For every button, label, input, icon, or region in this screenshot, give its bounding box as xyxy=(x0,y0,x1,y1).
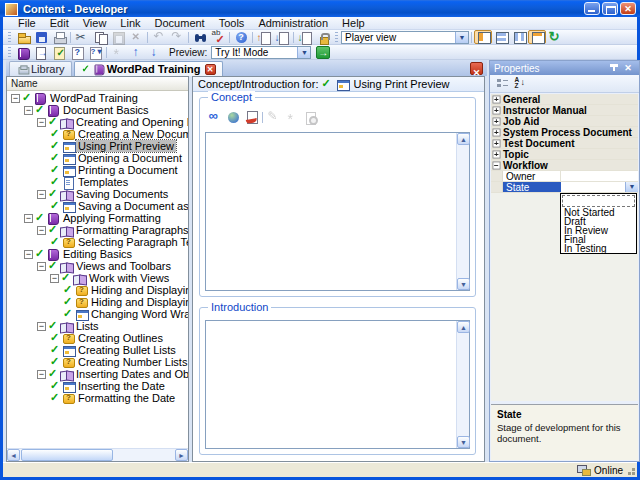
tree-item[interactable]: Templates xyxy=(7,176,188,188)
dropdown-option[interactable]: In Review xyxy=(561,226,636,235)
tree-horizontal-scrollbar[interactable]: ◄ ► xyxy=(7,448,188,461)
expand-icon[interactable]: + xyxy=(492,106,500,114)
collapse-icon[interactable]: − xyxy=(24,106,33,115)
property-value[interactable]: ▼ xyxy=(561,182,638,192)
close-button[interactable] xyxy=(620,2,636,15)
insert-web-button[interactable] xyxy=(224,110,242,124)
maximize-button[interactable] xyxy=(602,2,618,15)
concept-editor[interactable]: ▲ ▼ xyxy=(205,132,470,291)
tree-item[interactable]: Creating Outlines xyxy=(7,332,188,344)
tree-item[interactable]: Using Print Preview xyxy=(7,140,188,152)
collapse-icon[interactable]: − xyxy=(492,161,500,169)
tree-item[interactable]: −Work with Views xyxy=(7,272,188,284)
toolbar-grip[interactable] xyxy=(8,32,11,42)
tree-item[interactable]: −Formatting Paragraphs xyxy=(7,224,188,236)
tree-item[interactable]: −Applying Formatting xyxy=(7,212,188,224)
dropdown-option[interactable]: Draft xyxy=(561,217,636,226)
expand-icon[interactable]: + xyxy=(492,117,500,125)
help-button[interactable] xyxy=(232,30,250,44)
tree-item[interactable]: Formatting the Date xyxy=(7,392,188,404)
collapse-icon[interactable]: − xyxy=(24,250,33,259)
tree-item[interactable]: −Document Basics xyxy=(7,104,188,116)
tree-item[interactable]: Changing Word Wrap Options xyxy=(7,308,188,320)
dropdown-option[interactable]: In Testing xyxy=(561,244,636,253)
open-button[interactable] xyxy=(14,30,32,44)
player-layout-button[interactable] xyxy=(474,30,492,44)
property-category-workflow[interactable]: −Workflow xyxy=(491,160,638,171)
concept-scrollbar[interactable]: ▲ ▼ xyxy=(456,133,469,290)
scroll-down-icon[interactable]: ▼ xyxy=(457,436,470,448)
menu-view[interactable]: View xyxy=(76,17,114,30)
collapse-icon[interactable]: − xyxy=(37,262,46,271)
get-latest-button[interactable] xyxy=(296,30,314,44)
property-category-general[interactable]: +General xyxy=(491,94,638,105)
scroll-down-icon[interactable]: ▼ xyxy=(457,278,470,290)
scroll-up-icon[interactable]: ▲ xyxy=(457,133,470,145)
copy-button[interactable] xyxy=(91,30,109,44)
move-down-button[interactable] xyxy=(145,45,163,59)
tree-item[interactable]: −Saving Documents xyxy=(7,188,188,200)
dropdown-option[interactable]: Not Started xyxy=(561,208,636,217)
collapse-icon[interactable]: − xyxy=(11,94,20,103)
validate-button[interactable] xyxy=(50,45,68,59)
cut-button[interactable] xyxy=(73,30,91,44)
property-category-topic[interactable]: +Topic xyxy=(491,149,638,160)
tree-item[interactable]: −Editing Basics xyxy=(7,248,188,260)
preview-mode-combobox[interactable]: Try It! Mode ▼ xyxy=(211,46,311,59)
link-button[interactable] xyxy=(206,110,224,124)
scrollbar-thumb[interactable] xyxy=(21,449,113,461)
go-button[interactable] xyxy=(314,45,332,59)
menu-administration[interactable]: Administration xyxy=(251,17,335,30)
split-layout-button[interactable] xyxy=(510,30,528,44)
tree-item[interactable]: Opening a Document xyxy=(7,152,188,164)
chevron-down-icon[interactable]: ▼ xyxy=(455,32,468,43)
export-button[interactable] xyxy=(32,45,50,59)
property-category-system-process-document[interactable]: +System Process Document xyxy=(491,127,638,138)
dropdown-option[interactable]: Final xyxy=(561,235,636,244)
categorized-button[interactable] xyxy=(493,77,511,91)
check-out-button[interactable] xyxy=(255,30,273,44)
scroll-right-icon[interactable]: ► xyxy=(175,449,188,461)
property-category-test-document[interactable]: +Test Document xyxy=(491,138,638,149)
properties-close-button[interactable] xyxy=(621,62,635,74)
spell-check-button[interactable] xyxy=(209,30,227,44)
insert-package-button[interactable] xyxy=(242,110,260,124)
scroll-left-icon[interactable]: ◄ xyxy=(7,449,20,461)
tab-wordpad-training[interactable]: WordPad Training ✕ xyxy=(74,61,223,76)
expand-icon[interactable]: + xyxy=(492,128,500,136)
close-document-button[interactable] xyxy=(470,62,483,75)
report-menu-button[interactable] xyxy=(86,45,104,59)
lock-button[interactable] xyxy=(314,30,332,44)
tree-item[interactable]: Creating Number Lists xyxy=(7,356,188,368)
move-up-button[interactable] xyxy=(127,45,145,59)
introduction-scrollbar[interactable]: ▲ ▼ xyxy=(456,321,469,448)
check-in-button[interactable] xyxy=(273,30,291,44)
player-view-combobox[interactable]: Player view ▼ xyxy=(341,31,469,44)
tree-item[interactable]: Creating a New Document xyxy=(7,128,188,140)
report-button[interactable] xyxy=(68,45,86,59)
print-button[interactable] xyxy=(50,30,68,44)
tree-item[interactable]: Inserting the Date xyxy=(7,380,188,392)
collapse-icon[interactable]: − xyxy=(37,118,46,127)
tree-item[interactable]: −Views and Toolbars xyxy=(7,260,188,272)
minimize-button[interactable] xyxy=(584,2,600,15)
collapse-icon[interactable]: − xyxy=(37,370,46,379)
property-category-instructor-manual[interactable]: +Instructor Manual xyxy=(491,105,638,116)
collapse-icon[interactable]: − xyxy=(50,274,59,283)
menu-help[interactable]: Help xyxy=(335,17,372,30)
collapse-icon[interactable]: − xyxy=(37,190,46,199)
tree-item[interactable]: −Inserting Dates and Objects xyxy=(7,368,188,380)
dropdown-option[interactable] xyxy=(562,195,635,207)
property-category-job-aid[interactable]: +Job Aid xyxy=(491,116,638,127)
expand-icon[interactable]: + xyxy=(492,139,500,147)
tree-item[interactable]: −Lists xyxy=(7,320,188,332)
tree-item[interactable]: Creating Bullet Lists xyxy=(7,344,188,356)
collapse-icon[interactable]: − xyxy=(37,226,46,235)
property-row-state[interactable]: State▼ xyxy=(491,182,638,193)
chevron-down-icon[interactable]: ▼ xyxy=(297,47,310,58)
menu-link[interactable]: Link xyxy=(113,17,147,30)
property-row-owner[interactable]: Owner xyxy=(491,171,638,182)
properties-toggle-button[interactable] xyxy=(528,30,546,44)
tree-item[interactable]: Printing a Document xyxy=(7,164,188,176)
collapse-icon[interactable]: − xyxy=(37,322,46,331)
